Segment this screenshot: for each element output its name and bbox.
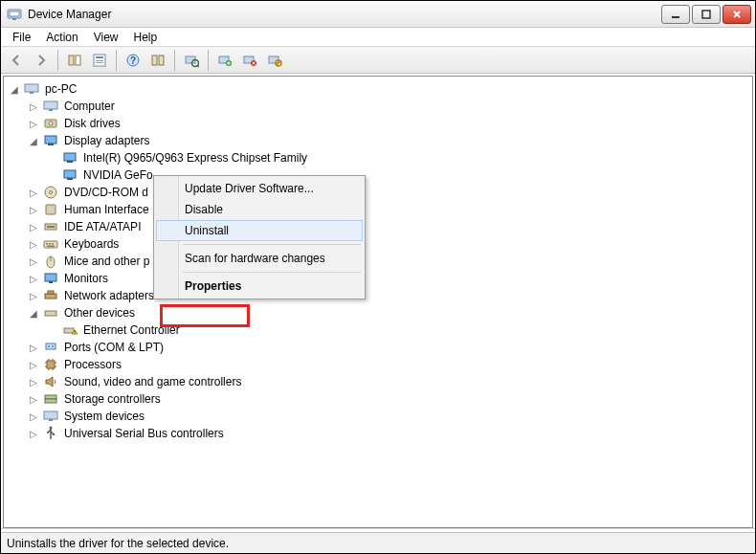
svg-rect-32: [48, 144, 54, 145]
unknown-device-icon: !: [62, 322, 78, 338]
statusbar: Uninstalls the driver for the selected d…: [1, 532, 755, 553]
tree-category[interactable]: ▷Keyboards: [29, 235, 746, 253]
svg-rect-56: [46, 343, 56, 349]
svg-rect-22: [269, 56, 278, 63]
back-button[interactable]: [5, 49, 28, 72]
tree-category[interactable]: ▷Universal Serial Bus controllers: [29, 425, 746, 442]
display-adapter-icon: [43, 133, 58, 148]
tree-root[interactable]: ◢ pc-PC ▷Computer ▷Disk drives ◢Display …: [10, 80, 746, 442]
window-controls: [661, 5, 751, 24]
expand-icon[interactable]: ▷: [29, 361, 37, 369]
tree-category[interactable]: ▷Human Interface: [29, 201, 746, 218]
tree-category[interactable]: ▷Processors: [29, 356, 746, 373]
device-tree-panel: ◢ pc-PC ▷Computer ▷Disk drives ◢Display …: [3, 76, 753, 528]
tree-category-other-devices[interactable]: ◢Other devices ▷!Ethernet Controller: [29, 304, 746, 339]
tree-category[interactable]: ▷System devices: [29, 408, 746, 425]
collapse-icon[interactable]: ◢: [10, 85, 18, 94]
expand-icon[interactable]: ▷: [29, 120, 37, 128]
help-button[interactable]: ?: [122, 49, 145, 72]
tree-device-intel[interactable]: ▷Intel(R) Q965/Q963 Express Chipset Fami…: [48, 149, 746, 166]
tree-category[interactable]: ▷Ports (COM & LPT): [29, 339, 746, 356]
other-devices-icon: [43, 305, 58, 321]
svg-rect-25: [25, 84, 38, 92]
expand-icon[interactable]: ▷: [29, 292, 37, 300]
tree-category[interactable]: ▷IDE ATA/ATAPI: [29, 218, 746, 235]
svg-rect-71: [49, 419, 53, 421]
device-tree[interactable]: ◢ pc-PC ▷Computer ▷Disk drives ◢Display …: [4, 77, 752, 446]
svg-rect-31: [45, 136, 56, 144]
menubar: File Action View Help: [1, 28, 755, 47]
toolbar: ?: [1, 47, 755, 74]
svg-rect-53: [45, 311, 56, 316]
tree-category[interactable]: ▷Sound, video and game controllers: [29, 373, 746, 390]
svg-rect-68: [45, 395, 56, 399]
scan-hardware-button[interactable]: [180, 49, 203, 72]
mouse-icon: [43, 254, 58, 269]
svg-text:?: ?: [130, 55, 136, 66]
ctx-disable[interactable]: Disable: [156, 199, 363, 220]
tree-category-display-adapters[interactable]: ◢Display adapters ▷Intel(R) Q965/Q963 Ex…: [29, 132, 746, 184]
tree-category[interactable]: ▷DVD/CD-ROM d: [29, 184, 746, 201]
expand-icon[interactable]: ▷: [29, 430, 37, 438]
tree-device-ethernet-controller[interactable]: ▷!Ethernet Controller: [48, 321, 746, 339]
maximize-button[interactable]: [692, 5, 721, 24]
collapse-icon[interactable]: ◢: [29, 137, 37, 145]
tree-category[interactable]: ▷Computer: [29, 98, 746, 115]
expand-icon[interactable]: ▷: [29, 275, 37, 283]
expand-icon[interactable]: ▷: [29, 395, 37, 404]
svg-rect-52: [48, 291, 54, 294]
ctx-uninstall[interactable]: Uninstall: [156, 220, 363, 241]
expand-icon[interactable]: ▷: [29, 240, 37, 249]
forward-button[interactable]: [30, 49, 53, 72]
update-driver-button[interactable]: [213, 49, 236, 72]
ctx-scan-hardware[interactable]: Scan for hardware changes: [156, 248, 363, 269]
close-button[interactable]: [723, 5, 751, 24]
action-button[interactable]: [146, 49, 169, 72]
tree-category[interactable]: ▷Disk drives: [29, 115, 746, 132]
svg-rect-2: [12, 18, 16, 20]
svg-rect-4: [702, 11, 710, 18]
svg-point-30: [49, 122, 53, 125]
tree-category[interactable]: ▷Storage controllers: [29, 390, 746, 408]
menu-help[interactable]: Help: [126, 29, 166, 46]
svg-rect-50: [49, 281, 53, 283]
svg-rect-36: [67, 178, 73, 180]
svg-rect-26: [30, 92, 33, 94]
tree-category[interactable]: ▷Mice and other p: [29, 253, 746, 270]
properties-button[interactable]: [88, 49, 111, 72]
svg-rect-45: [52, 243, 54, 245]
ctx-update-driver[interactable]: Update Driver Software...: [156, 178, 363, 199]
menu-action[interactable]: Action: [38, 29, 85, 46]
uninstall-button[interactable]: [238, 49, 261, 72]
svg-rect-10: [96, 62, 103, 63]
expand-icon[interactable]: ▷: [29, 412, 37, 421]
system-icon: [43, 409, 58, 424]
expand-icon[interactable]: ▷: [29, 378, 37, 387]
menu-file[interactable]: File: [5, 29, 38, 46]
tree-category[interactable]: ▷Network adapters: [29, 287, 746, 304]
expand-icon[interactable]: ▷: [29, 257, 37, 266]
display-adapter-icon: [62, 167, 78, 183]
svg-rect-74: [53, 433, 55, 435]
menu-view[interactable]: View: [86, 29, 126, 46]
show-hide-console-button[interactable]: [63, 49, 86, 72]
expand-icon[interactable]: ▷: [29, 343, 37, 352]
expand-icon[interactable]: ▷: [29, 102, 37, 111]
titlebar: Device Manager: [1, 1, 755, 28]
tree-category[interactable]: ▷Monitors: [29, 270, 746, 287]
processor-icon: [43, 357, 58, 372]
disk-icon: [43, 116, 58, 131]
expand-icon[interactable]: ▷: [29, 223, 37, 232]
minimize-button[interactable]: [661, 5, 690, 24]
collapse-icon[interactable]: ◢: [29, 309, 37, 318]
window-title: Device Manager: [28, 8, 111, 21]
expand-icon[interactable]: ▷: [29, 188, 37, 197]
disable-button[interactable]: [263, 49, 286, 72]
svg-point-73: [47, 432, 49, 433]
device-manager-window: Device Manager File Action View Help ?: [0, 0, 756, 554]
usb-icon: [43, 426, 58, 441]
ctx-properties[interactable]: Properties: [156, 276, 363, 297]
svg-point-72: [50, 427, 53, 430]
expand-icon[interactable]: ▷: [29, 206, 37, 214]
toolbar-separator: [208, 50, 209, 71]
